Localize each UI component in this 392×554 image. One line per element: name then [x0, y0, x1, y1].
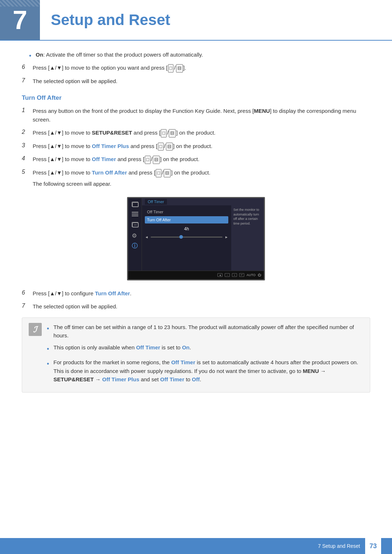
btn-plus: + — [232, 273, 237, 277]
bullet-on: • On: Activate the off timer so that the… — [22, 52, 370, 60]
monitor-sidebar: ⚙ ⓘ — [128, 198, 142, 271]
step-text: Press [▲/▼] to move to the option you wa… — [33, 63, 370, 73]
monitor-menu: Off Timer Turn Off After 4h ◄ ► — [142, 205, 231, 271]
chapter-header: 7 Setup and Reset — [0, 0, 392, 41]
monitor-content: Off Timer Turn Off After 4h ◄ ► — [142, 205, 264, 271]
step-text: Press [▲/▼] to move to Off Timer Plus an… — [33, 142, 370, 151]
note-icon-inner: ℐ — [29, 323, 42, 336]
step-1: 1 Press any button on the front of the p… — [22, 107, 370, 124]
slider-area: ◄ ► — [145, 234, 228, 241]
monitor-lines-icon — [132, 212, 138, 217]
note-item-1: • The off timer can be set within a rang… — [47, 323, 363, 340]
gear-icon: ⚙ — [132, 232, 138, 237]
menu-item-turn-off-after: Turn Off After — [145, 216, 228, 223]
step-6-pre: 6 Press [▲/▼] to move to the option you … — [22, 63, 370, 73]
note-list: • The off timer can be set within a rang… — [47, 323, 363, 383]
step-text: Press [▲/▼] to move to Off Timer and pre… — [33, 155, 370, 164]
footer-text: 7 Setup and Reset — [318, 543, 360, 549]
monitor-tab-bar: Off Timer — [142, 198, 264, 205]
step-text: Press [▲/▼] to configure Turn Off After. — [33, 289, 370, 298]
step-3: 3 Press [▲/▼] to move to Off Timer Plus … — [22, 142, 370, 151]
monitor-screenshot: ⚙ ⓘ Off Timer Off Timer Turn Off After 4… — [22, 197, 370, 280]
info-icon: ⓘ — [132, 242, 138, 247]
step-num: 7 — [22, 77, 33, 84]
note-icon: ℐ — [29, 323, 42, 336]
monitor-value: 4h — [145, 224, 228, 234]
monitor-display: ⚙ ⓘ Off Timer Off Timer Turn Off After 4… — [127, 197, 265, 280]
bullet-on-text: On: Activate the off timer so that the p… — [36, 52, 203, 58]
step-4: 4 Press [▲/▼] to move to Off Timer and p… — [22, 155, 370, 164]
step-text: The selected option will be applied. — [33, 77, 370, 86]
slider-thumb — [179, 235, 183, 239]
monitor-menu-area: Off Timer Off Timer Turn Off After 4h ◄ — [142, 198, 264, 271]
monitor-bottom-bar: ◄ − + ↵ AUTO ⏻ — [128, 271, 264, 279]
note-content: • The off timer can be set within a rang… — [47, 323, 363, 387]
step-num: 4 — [22, 155, 33, 162]
note-text-3: For products for the market in some regi… — [53, 358, 363, 383]
step-num: 2 — [22, 128, 33, 135]
bullet-icon: • — [29, 52, 31, 60]
step-num: 7 — [22, 302, 33, 309]
note-box: ℐ • The off timer can be set within a ra… — [22, 317, 370, 393]
step-5: 5 Press [▲/▼] to move to Turn Off After … — [22, 168, 370, 188]
step-num: 6 — [22, 63, 33, 70]
note-text-1: The off timer can be set within a range … — [53, 323, 363, 340]
bottom-auto: AUTO — [246, 273, 256, 277]
monitor-icon — [132, 202, 138, 207]
step-text: The selected option will be applied. — [33, 302, 370, 311]
monitor-tab: Off Timer — [145, 199, 167, 205]
note-text-2: This option is only available when Off T… — [53, 343, 191, 352]
step-text: Press [▲/▼] to move to Turn Off After an… — [33, 168, 370, 188]
slider-track — [151, 237, 222, 238]
monitor-adjust-icon — [132, 222, 138, 227]
section-title-turn-off-after: Turn Off After — [22, 94, 370, 102]
menu-item-off-timer: Off Timer — [145, 208, 228, 216]
step-7-post: 7 The selected option will be applied. — [22, 302, 370, 311]
btn-minus: − — [225, 273, 230, 277]
bottom-power: ⏻ — [258, 273, 261, 277]
page-content: • On: Activate the off timer so that the… — [0, 52, 392, 421]
step-num: 1 — [22, 107, 33, 114]
monitor-help-text: Set the monitor to automatically turn of… — [231, 205, 264, 271]
step-num: 5 — [22, 168, 33, 175]
step-num: 6 — [22, 289, 33, 296]
note-item-3: • For products for the market in some re… — [47, 358, 363, 383]
svg-rect-0 — [132, 202, 138, 207]
step-6-post: 6 Press [▲/▼] to configure Turn Off Afte… — [22, 289, 370, 298]
chapter-title: Setup and Reset — [40, 0, 181, 40]
btn-left: ◄ — [217, 273, 222, 277]
step-text: Press any button on the front of the pro… — [33, 107, 370, 124]
step-num: 3 — [22, 142, 33, 149]
step-text: Press [▲/▼] to move to SETUP&RESET and p… — [33, 128, 370, 138]
btn-enter: ↵ — [239, 273, 244, 277]
bullet-icon: • — [47, 324, 49, 334]
chapter-number: 7 — [0, 0, 40, 40]
step-7-pre: 7 The selected option will be applied. — [22, 77, 370, 86]
footer-page-number: 73 — [365, 538, 381, 554]
on-label: On — [36, 52, 43, 58]
page-footer: 7 Setup and Reset 73 — [0, 538, 392, 554]
note-item-2: • This option is only available when Off… — [47, 343, 363, 354]
bullet-icon: • — [47, 344, 49, 354]
step-2: 2 Press [▲/▼] to move to SETUP&RESET and… — [22, 128, 370, 138]
bullet-icon: • — [47, 359, 49, 369]
